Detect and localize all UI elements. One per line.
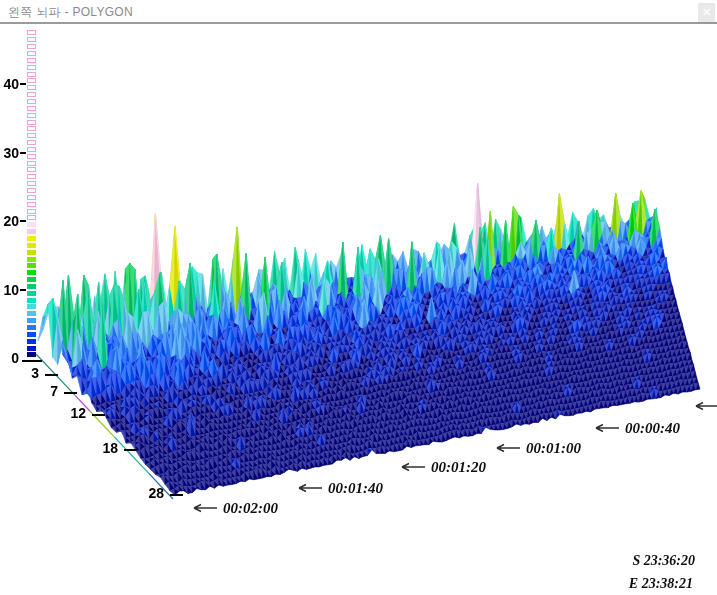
frequency-tick-mark: [64, 392, 77, 394]
frequency-tick-label: 7: [26, 383, 58, 399]
frequency-tick-mark: [124, 449, 137, 451]
colorbar-cell: [27, 339, 36, 344]
time-arrow-icon: [592, 423, 620, 433]
amplitude-tick-label: 40: [0, 76, 19, 92]
frequency-tick-mark: [92, 414, 105, 416]
frequency-tick-label: 12: [54, 405, 86, 421]
colorbar-cell: [27, 147, 36, 152]
colorbar-cell: [27, 85, 36, 90]
amplitude-tick-label: 0: [0, 350, 19, 366]
amplitude-tick-label: 10: [0, 282, 19, 298]
colorbar-cell: [27, 58, 36, 63]
time-tick-label: 00:01:00: [526, 440, 581, 457]
frequency-tick-label: 28: [132, 485, 164, 501]
amplitude-tick-mark: [20, 83, 26, 85]
time-arrow-icon: [398, 462, 426, 472]
frequency-tick-label: 18: [86, 440, 118, 456]
colorbar-cell: [27, 318, 36, 323]
colorbar-cell: [27, 37, 36, 42]
amplitude-tick-mark: [20, 289, 26, 291]
colorbar-cell: [27, 229, 36, 234]
time-tick-label: 00:01:40: [328, 480, 383, 497]
time-arrow-icon: [295, 483, 323, 493]
colorbar-cell: [27, 113, 36, 118]
frequency-tick-mark: [170, 494, 183, 496]
colorbar-cell: [27, 215, 36, 220]
colorbar-cell: [27, 174, 36, 179]
colorbar-cell: [27, 195, 36, 200]
colorbar-cell: [27, 99, 36, 104]
colorbar-cell: [27, 304, 36, 309]
colorbar-cell: [27, 236, 36, 241]
colorbar-cell: [27, 298, 36, 303]
colorbar-cell: [27, 72, 36, 77]
amplitude-tick-mark: [22, 360, 42, 362]
colorbar-cell: [27, 277, 36, 282]
frequency-tick-label: 3: [7, 365, 39, 381]
colorbar-cell: [27, 270, 36, 275]
colorbar-cell: [27, 133, 36, 138]
session-start-label: S 23:36:20: [600, 553, 695, 569]
colorbar-cell: [27, 346, 36, 351]
session-end-label: E 23:38:21: [598, 576, 693, 592]
colorbar-cell: [27, 51, 36, 56]
time-tick-label: 00:02:00: [223, 500, 278, 517]
time-tick-label: 00:00:40: [625, 420, 680, 437]
colorbar-cell: [27, 92, 36, 97]
colorbar-cell: [27, 325, 36, 330]
time-tick-label: 00:01:20: [431, 459, 486, 476]
colorbar-cell: [27, 291, 36, 296]
colorbar-cell: [27, 181, 36, 186]
colorbar-cell: [27, 209, 36, 214]
colorbar-cell: [27, 78, 36, 83]
amplitude-tick-mark: [20, 220, 26, 222]
colorbar-cell: [27, 263, 36, 268]
colorbar-cell: [27, 167, 36, 172]
surface-plot-canvas: [0, 0, 717, 595]
colorbar-cell: [27, 284, 36, 289]
amplitude-tick-label: 20: [0, 213, 19, 229]
colorbar-cell: [27, 30, 36, 35]
amplitude-tick-label: 30: [0, 145, 19, 161]
colorbar-cell: [27, 332, 36, 337]
colorbar-cell: [27, 44, 36, 49]
colorbar-cell: [27, 202, 36, 207]
colorbar-cell: [27, 188, 36, 193]
colorbar-cell: [27, 106, 36, 111]
colorbar-cell: [27, 161, 36, 166]
time-arrow-icon: [493, 443, 521, 453]
colorbar-cell: [27, 243, 36, 248]
colorbar-cell: [27, 140, 36, 145]
time-arrow-icon: [190, 503, 218, 513]
frequency-tick-mark: [45, 374, 58, 376]
colorbar-cell: [27, 311, 36, 316]
colorbar-cell: [27, 250, 36, 255]
colorbar-cell: [27, 65, 36, 70]
colorbar-cell: [27, 154, 36, 159]
colorbar-cell: [27, 120, 36, 125]
amplitude-tick-mark: [20, 152, 26, 154]
colorbar-cell: [27, 126, 36, 131]
colorbar-cell: [27, 222, 36, 227]
colorbar-cell: [27, 257, 36, 262]
colorbar-cell: [27, 352, 36, 357]
time-arrow-icon: [692, 401, 717, 411]
